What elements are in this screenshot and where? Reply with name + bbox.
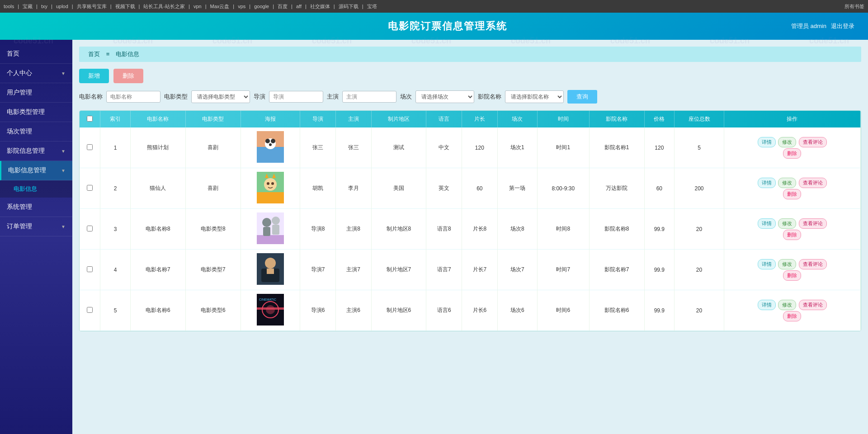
browser-sep: |	[334, 4, 335, 9]
browser-item[interactable]: Max云盘	[210, 3, 230, 10]
search-cinema-name[interactable]: 请选择影院名称 影院名称1 万达影院	[505, 90, 564, 103]
detail-button[interactable]: 详情	[758, 300, 776, 310]
row-seats: 20	[675, 209, 724, 250]
row-session: 场次7	[497, 250, 537, 290]
edit-button[interactable]: 修改	[778, 218, 796, 229]
breadcrumb-home[interactable]: 首页	[88, 51, 100, 57]
row-movie-name: 电影名称6	[131, 290, 186, 331]
browser-item[interactable]: 站长工具-站长之家	[143, 3, 185, 10]
browser-item[interactable]: 百度	[278, 3, 288, 10]
row-seats: 20	[675, 250, 724, 290]
remove-button[interactable]: 删除	[783, 311, 801, 321]
select-all-checkbox[interactable]	[87, 116, 93, 122]
row-director: 导演6	[300, 290, 336, 331]
th-checkbox	[80, 111, 100, 127]
logout-link[interactable]: 退出登录	[831, 22, 854, 30]
edit-button[interactable]: 修改	[778, 137, 796, 147]
browser-item[interactable]: google	[254, 4, 269, 9]
sidebar-label-home: 首页	[7, 50, 19, 58]
browser-item[interactable]: 所有书签	[844, 3, 864, 10]
th-price: 价格	[644, 111, 675, 127]
browser-item[interactable]: vps	[238, 4, 245, 9]
svg-rect-23	[267, 269, 274, 274]
browser-item[interactable]: 共享账号宝库	[77, 3, 107, 10]
sidebar-item-movie-info-mgmt[interactable]: 电影信息管理 ▼	[0, 161, 72, 180]
row-checkbox-cell	[80, 290, 100, 331]
row-checkbox-cell	[80, 250, 100, 290]
browser-item[interactable]: tools	[4, 4, 14, 9]
search-movie-name[interactable]	[106, 91, 160, 103]
sidebar-item-user-mgmt[interactable]: 用户管理	[0, 83, 72, 103]
browser-item[interactable]: vpn	[193, 4, 202, 9]
row-checkbox[interactable]	[87, 307, 93, 313]
row-region: 制片地区6	[371, 290, 426, 331]
label-movie-type: 电影类型	[164, 93, 188, 101]
row-actions: 详情 修改 查看评论 删除	[724, 290, 860, 331]
svg-point-27	[266, 305, 275, 314]
detail-button[interactable]: 详情	[758, 178, 776, 188]
search-movie-type[interactable]: 请选择电影类型 喜剧 动作 爱情	[191, 90, 250, 103]
svg-text:CINEMATIC: CINEMATIC	[259, 298, 276, 301]
search-actor[interactable]	[342, 91, 396, 103]
th-time: 时间	[537, 111, 589, 127]
browser-sep: |	[189, 4, 190, 9]
sidebar-label-order-mgmt: 订单管理	[7, 222, 32, 231]
view-comment-button[interactable]: 查看评论	[799, 300, 827, 310]
view-comment-button[interactable]: 查看评论	[799, 178, 827, 188]
row-region: 美国	[371, 168, 426, 209]
row-checkbox[interactable]	[87, 226, 93, 231]
browser-item[interactable]: 宝塔	[367, 3, 377, 10]
remove-button[interactable]: 删除	[783, 148, 801, 159]
sidebar-item-movie-type[interactable]: 电影类型管理	[0, 103, 72, 122]
row-time: 时间1	[537, 127, 589, 168]
sidebar-item-sys-mgmt[interactable]: 系统管理	[0, 198, 72, 217]
th-region: 制片地区	[371, 111, 426, 127]
row-director: 导演8	[300, 209, 336, 250]
view-comment-button[interactable]: 查看评论	[799, 218, 827, 229]
row-price: 99.9	[644, 250, 675, 290]
row-movie-name: 猫仙人	[131, 168, 186, 209]
movie-table: 索引 电影名称 电影类型 海报 导演 主演 制片地区 语言 片长 场次 时间 影…	[79, 110, 861, 331]
table-row: 1 熊猫计划 喜剧 张三 张三 测试 中文 120 场次1 时间1 影院名称1 …	[80, 127, 861, 168]
row-seats: 5	[675, 127, 724, 168]
add-button[interactable]: 新增	[79, 69, 109, 83]
browser-item[interactable]: aff	[296, 4, 302, 9]
edit-button[interactable]: 修改	[778, 178, 796, 188]
row-time: 时间8	[537, 209, 589, 250]
browser-item[interactable]: 社交媒体	[310, 3, 330, 10]
view-comment-button[interactable]: 查看评论	[799, 137, 827, 147]
browser-item[interactable]: uplod	[56, 4, 68, 9]
sidebar-item-home[interactable]: 首页	[0, 44, 72, 64]
browser-item[interactable]: 视频下载	[115, 3, 135, 10]
sidebar-subitem-movie-info[interactable]: 电影信息	[0, 180, 72, 198]
detail-button[interactable]: 详情	[758, 259, 776, 269]
remove-button[interactable]: 删除	[783, 270, 801, 281]
main-content: 首页 ≡ 电影信息 新增 删除 电影名称 电影类型 请选择电影类型 喜剧 动作 …	[72, 40, 868, 434]
browser-item[interactable]: 宝藏	[23, 3, 33, 10]
row-checkbox[interactable]	[87, 266, 93, 272]
row-checkbox-cell	[80, 209, 100, 250]
delete-button[interactable]: 删除	[113, 69, 143, 83]
row-seats: 200	[675, 168, 724, 209]
edit-button[interactable]: 修改	[778, 300, 796, 310]
sidebar-item-session-mgmt[interactable]: 场次管理	[0, 122, 72, 142]
edit-button[interactable]: 修改	[778, 259, 796, 269]
sidebar-item-cinema-mgmt[interactable]: 影院信息管理 ▼	[0, 142, 72, 161]
browser-item[interactable]: 源码下载	[339, 3, 359, 10]
sidebar-item-order-mgmt[interactable]: 订单管理 ▼	[0, 217, 72, 236]
browser-sep: |	[362, 4, 363, 9]
remove-button[interactable]: 删除	[783, 230, 801, 240]
view-comment-button[interactable]: 查看评论	[799, 259, 827, 269]
search-session[interactable]: 请选择场次 场次1 第一场	[415, 90, 474, 103]
row-movie-type: 喜剧	[185, 168, 241, 209]
detail-button[interactable]: 详情	[758, 218, 776, 229]
browser-item[interactable]: txy	[41, 4, 47, 9]
search-director[interactable]	[269, 91, 323, 103]
chevron-down-icon: ▼	[61, 71, 66, 76]
row-checkbox[interactable]	[87, 144, 93, 150]
query-button[interactable]: 查询	[567, 90, 597, 104]
row-checkbox[interactable]	[87, 185, 93, 191]
detail-button[interactable]: 详情	[758, 137, 776, 147]
sidebar-item-personal[interactable]: 个人中心 ▼	[0, 64, 72, 83]
remove-button[interactable]: 删除	[783, 189, 801, 199]
